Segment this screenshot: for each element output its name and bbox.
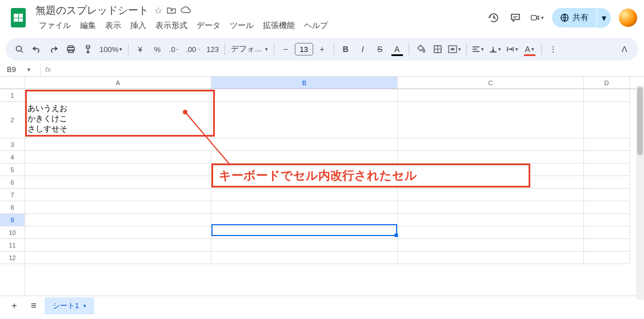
cell-D10[interactable] — [584, 226, 630, 239]
cell-B11[interactable] — [211, 239, 398, 252]
meet-icon[interactable]: ▾ — [530, 11, 544, 25]
cell-D1[interactable] — [584, 89, 630, 102]
search-icon[interactable] — [11, 41, 27, 57]
star-icon[interactable]: ☆ — [154, 5, 162, 16]
col-header-C[interactable]: C — [398, 77, 584, 89]
wrap-text-button[interactable]: ▾ — [505, 41, 521, 57]
merge-cells-button[interactable]: ▾ — [447, 41, 463, 57]
cell-A7[interactable] — [25, 189, 211, 201]
account-avatar[interactable] — [619, 9, 637, 27]
decrease-decimal-button[interactable]: .0← — [166, 41, 182, 57]
decrease-font-size-button[interactable]: − — [278, 41, 294, 57]
collapse-toolbar-button[interactable]: ᐱ — [617, 41, 633, 57]
cell-B3[interactable] — [211, 138, 398, 151]
comment-icon[interactable] — [509, 11, 522, 25]
share-button[interactable]: 共有 — [552, 8, 597, 27]
vertical-scrollbar[interactable] — [636, 86, 644, 300]
cell-A8[interactable] — [25, 201, 211, 214]
cell-C10[interactable] — [398, 226, 584, 239]
menu-view[interactable]: 表示 — [102, 19, 125, 32]
cell-C12[interactable] — [398, 252, 584, 264]
cell-C4[interactable] — [398, 151, 584, 164]
cell-A12[interactable] — [25, 252, 211, 264]
cell-B2[interactable] — [211, 102, 398, 138]
cell-D8[interactable] — [584, 201, 630, 214]
cell-C3[interactable] — [398, 138, 584, 151]
cell-C7[interactable] — [398, 189, 584, 201]
name-box[interactable]: B9▼ — [0, 65, 40, 74]
cell-C8[interactable] — [398, 201, 584, 214]
cell-B8[interactable] — [211, 201, 398, 214]
cell-B10[interactable] — [211, 226, 398, 239]
history-icon[interactable] — [487, 11, 501, 25]
cell-C11[interactable] — [398, 239, 584, 252]
borders-button[interactable] — [430, 41, 446, 57]
fill-color-button[interactable] — [413, 41, 429, 57]
increase-decimal-button[interactable]: .00→ — [183, 41, 203, 57]
cell-D9[interactable] — [584, 214, 630, 226]
menu-tools[interactable]: ツール — [226, 19, 257, 32]
menu-extensions[interactable]: 拡張機能 — [259, 19, 298, 32]
cell-A11[interactable] — [25, 239, 211, 252]
number-format-button[interactable]: 123 — [204, 41, 221, 57]
cell-D4[interactable] — [584, 151, 630, 164]
row-header-7[interactable]: 7 — [0, 189, 25, 201]
strikethrough-button[interactable]: S — [372, 41, 388, 57]
share-dropdown-button[interactable]: ▾ — [597, 8, 611, 28]
print-button[interactable] — [63, 41, 79, 57]
redo-button[interactable] — [46, 41, 62, 57]
cell-A10[interactable] — [25, 226, 211, 239]
paint-format-button[interactable] — [80, 41, 96, 57]
cell-C9[interactable] — [398, 214, 584, 226]
percent-button[interactable]: % — [149, 41, 165, 57]
zoom-select[interactable]: 100%▾ — [97, 41, 125, 57]
row-header-2[interactable]: 2 — [0, 102, 25, 138]
cell-D6[interactable] — [584, 176, 630, 189]
row-header-3[interactable]: 3 — [0, 138, 25, 151]
menu-edit[interactable]: 編集 — [77, 19, 99, 32]
col-header-A[interactable]: A — [25, 77, 211, 89]
cell-D3[interactable] — [584, 138, 630, 151]
row-header-8[interactable]: 8 — [0, 201, 25, 214]
row-header-1[interactable]: 1 — [0, 89, 25, 102]
cell-B9[interactable] — [211, 214, 398, 226]
select-all-corner[interactable] — [0, 77, 25, 89]
cell-D7[interactable] — [584, 189, 630, 201]
cell-D2[interactable] — [584, 102, 630, 138]
cloud-status-icon[interactable] — [181, 6, 191, 14]
row-header-9[interactable]: 9 — [0, 214, 25, 226]
menu-file[interactable]: ファイル — [35, 19, 74, 32]
all-sheets-button[interactable]: ≡ — [25, 298, 42, 314]
cell-A6[interactable] — [25, 176, 211, 189]
row-header-4[interactable]: 4 — [0, 151, 25, 164]
text-color-button[interactable]: A — [389, 41, 405, 57]
font-select[interactable]: デフォ...▾ — [229, 41, 270, 57]
menu-insert[interactable]: 挿入 — [127, 19, 150, 32]
cell-B12[interactable] — [211, 252, 398, 264]
cell-A1[interactable] — [25, 89, 211, 102]
menu-format[interactable]: 表示形式 — [152, 19, 191, 32]
v-align-button[interactable]: ▾ — [487, 41, 503, 57]
bold-button[interactable]: B — [338, 41, 354, 57]
cell-D5[interactable] — [584, 164, 630, 176]
col-header-B[interactable]: B — [211, 77, 398, 89]
row-header-11[interactable]: 11 — [0, 239, 25, 252]
cell-A5[interactable] — [25, 164, 211, 176]
cell-B7[interactable] — [211, 189, 398, 201]
cell-C2[interactable] — [398, 102, 584, 138]
row-header-6[interactable]: 6 — [0, 176, 25, 189]
cell-C1[interactable] — [398, 89, 584, 102]
row-header-12[interactable]: 12 — [0, 252, 25, 264]
font-size-input[interactable]: 13 — [295, 43, 313, 55]
cell-D11[interactable] — [584, 239, 630, 252]
sheet-tab-1[interactable]: シート1 ▾ — [45, 297, 94, 314]
add-sheet-button[interactable]: + — [6, 298, 23, 314]
cell-B1[interactable] — [211, 89, 398, 102]
undo-button[interactable] — [29, 41, 45, 57]
sheets-logo[interactable] — [7, 6, 30, 29]
cell-A2[interactable]: あいうえお かきくけこ さしすせそ — [25, 102, 211, 138]
h-align-button[interactable]: ▾ — [470, 41, 486, 57]
cell-B4[interactable] — [211, 151, 398, 164]
increase-font-size-button[interactable]: + — [314, 41, 330, 57]
currency-button[interactable]: ¥ — [132, 41, 148, 57]
